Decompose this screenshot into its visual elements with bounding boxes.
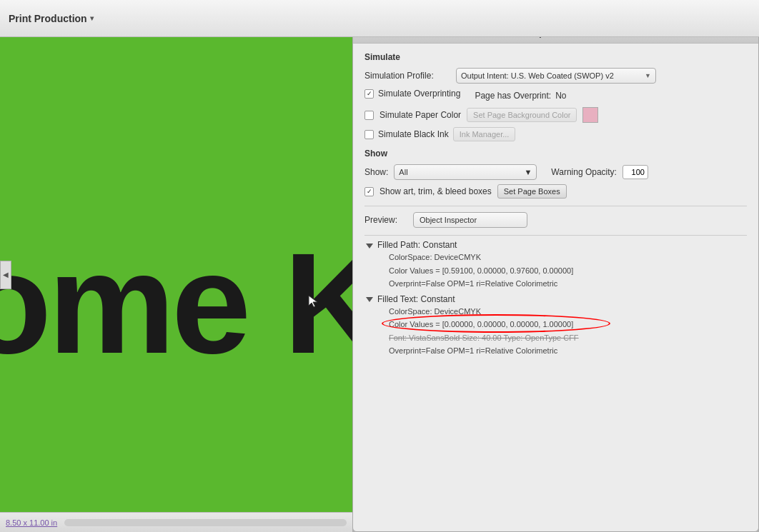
page-overprint-info: Page has Overprint: No xyxy=(475,91,566,101)
page-preview: ome K xyxy=(0,37,352,512)
preview-row: Preview: Object Inspector xyxy=(364,206,747,228)
simulate-black-ink-label: Simulate Black Ink xyxy=(378,129,449,139)
show-art-trim-row: Show art, trim, & bleed boxes Set Page B… xyxy=(364,184,747,199)
filled-text-colorspace: ColorSpace: DeviceCMYK xyxy=(389,306,747,318)
toolbar-dropdown-arrow[interactable]: ▾ xyxy=(90,14,94,22)
simulate-overprinting-row: Simulate Overprinting Page has Overprint… xyxy=(364,89,747,103)
preview-value: Object Inspector xyxy=(420,216,477,224)
show-select[interactable]: All ▼ xyxy=(394,164,537,180)
page-overprint-value: No xyxy=(555,91,566,101)
preview-select[interactable]: Object Inspector xyxy=(413,212,527,228)
preview-label: Preview: xyxy=(364,215,407,225)
warning-opacity-input[interactable] xyxy=(622,165,648,179)
show-row: Show: All ▼ Warning Opacity: xyxy=(364,164,747,180)
preview-big-text: ome K xyxy=(0,232,352,375)
show-arrow: ▼ xyxy=(524,168,532,176)
page-dimensions: 8.50 x 11.00 in xyxy=(6,518,57,527)
panel-body: Simulate Simulation Profile: Output Inte… xyxy=(353,44,758,368)
simulate-overprinting-label: Simulate Overprinting xyxy=(378,89,460,99)
simulation-profile-row: Simulation Profile: Output Intent: U.S. … xyxy=(364,68,747,84)
filled-text-content: Filled Text: Constant ColorSpace: Device… xyxy=(377,294,747,358)
filled-text-tree-item: Filled Text: Constant ColorSpace: Device… xyxy=(364,294,747,358)
simulation-profile-value: Output Intent: U.S. Web Coated (SWOP) v2 xyxy=(461,71,614,80)
simulate-section-label: Simulate xyxy=(364,52,747,62)
simulation-profile-label: Simulation Profile: xyxy=(364,71,450,81)
simulation-profile-select[interactable]: Output Intent: U.S. Web Coated (SWOP) v2… xyxy=(456,68,656,84)
color-swatch[interactable] xyxy=(582,107,598,123)
filled-text-overprint: Overprint=False OPM=1 ri=Relative Colori… xyxy=(389,345,747,357)
show-section-label: Show xyxy=(364,149,747,159)
toolbar-title-text: Print Production xyxy=(9,13,87,24)
show-label: Show: xyxy=(364,167,388,177)
set-page-bg-button[interactable]: Set Page Background Color xyxy=(467,108,577,122)
simulate-paper-color-label: Simulate Paper Color xyxy=(380,110,461,120)
filled-path-title: Filled Path: Constant xyxy=(377,240,747,250)
simulate-black-ink-checkbox[interactable] xyxy=(364,130,374,139)
simulate-paper-color-row: Simulate Paper Color Set Page Background… xyxy=(364,107,747,123)
filled-path-triangle xyxy=(366,244,373,249)
warning-opacity-row: Warning Opacity: xyxy=(551,165,648,179)
filled-path-overprint: Overprint=False OPM=1 ri=Relative Colori… xyxy=(389,278,747,290)
left-scroll-arrow[interactable]: ◀ xyxy=(0,261,11,289)
simulation-profile-arrow: ▼ xyxy=(645,72,651,79)
set-page-boxes-button[interactable]: Set Page Boxes xyxy=(497,184,567,199)
filled-text-color-values-row: Color Values = [0.00000, 0.00000, 0.0000… xyxy=(389,318,747,331)
filled-text-title: Filled Text: Constant xyxy=(377,294,747,304)
page-overprint-label: Page has Overprint: xyxy=(475,91,551,101)
toolbar-title: Print Production ▾ xyxy=(9,13,94,24)
filled-text-toggle[interactable] xyxy=(364,295,374,305)
canvas-content: ome K ◀ xyxy=(0,37,352,512)
ink-manager-button[interactable]: Ink Manager... xyxy=(453,127,516,141)
simulate-black-ink-row: Simulate Black Ink Ink Manager... xyxy=(364,127,747,141)
show-value: All xyxy=(399,168,407,176)
warning-opacity-label: Warning Opacity: xyxy=(551,167,617,177)
simulate-overprinting-cb-row: Simulate Overprinting xyxy=(364,89,460,99)
filled-path-toggle[interactable] xyxy=(364,241,374,251)
canvas-statusbar: 8.50 x 11.00 in xyxy=(0,512,352,532)
simulate-paper-color-checkbox[interactable] xyxy=(364,111,374,120)
simulate-overprinting-checkbox[interactable] xyxy=(364,89,374,99)
show-dropdown-row: Show: All ▼ xyxy=(364,164,537,180)
filled-text-triangle xyxy=(366,297,373,302)
filled-path-content: Filled Path: Constant ColorSpace: Device… xyxy=(377,240,747,291)
toolbar: Print Production ▾ xyxy=(0,0,759,37)
filled-text-font: Font: VistaSansBold Size: 40.00 Type: Op… xyxy=(389,332,747,344)
horizontal-scrollbar[interactable] xyxy=(64,519,347,526)
filled-path-color-values: Color Values = [0.59100, 0.00000, 0.9760… xyxy=(389,265,747,277)
output-preview-panel: Output Preview ✕ Simulate Simulation Pro… xyxy=(352,21,759,532)
show-art-trim-label: Show art, trim, & bleed boxes xyxy=(380,186,492,196)
filled-text-color-values: Color Values = [0.00000, 0.00000, 0.0000… xyxy=(389,320,573,328)
filled-path-tree-item: Filled Path: Constant ColorSpace: Device… xyxy=(364,240,747,291)
filled-path-colorspace: ColorSpace: DeviceCMYK xyxy=(389,251,747,264)
inspector-area: Filled Path: Constant ColorSpace: Device… xyxy=(364,235,747,358)
show-art-trim-checkbox[interactable] xyxy=(364,187,374,196)
canvas-area: ome K ◀ 8.50 x 11.00 in xyxy=(0,37,352,532)
